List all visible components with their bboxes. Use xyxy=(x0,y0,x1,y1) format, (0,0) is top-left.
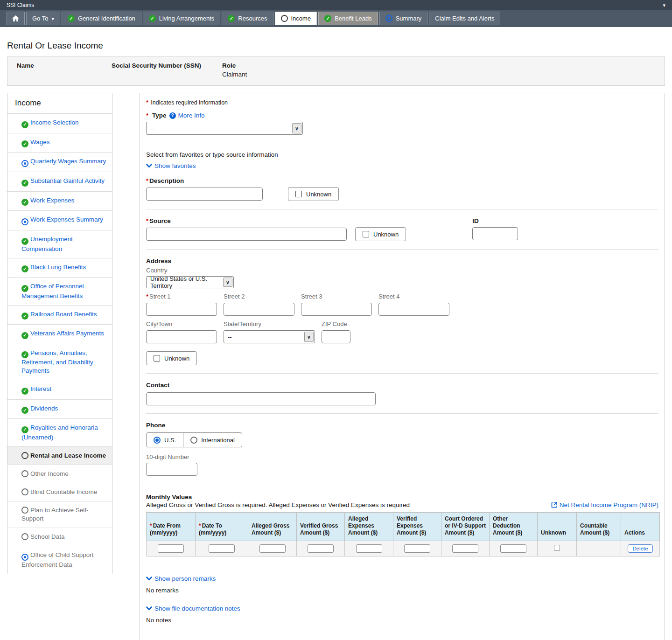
sidebar-item-pensions-annuities[interactable]: Pensions, Annuities, Retirement, and Dis… xyxy=(7,344,112,380)
address-unknown-checkbox[interactable] xyxy=(154,355,160,362)
section-divider xyxy=(146,373,658,374)
not-started-icon xyxy=(21,533,28,540)
street4-input[interactable] xyxy=(378,303,449,316)
tab-label: Living Arrangements xyxy=(159,15,215,22)
tab-resources[interactable]: Resources xyxy=(222,12,273,25)
street2-input[interactable] xyxy=(224,303,294,316)
sidebar-item-plan-to-achieve-self-support[interactable]: Plan to Achieve Self-Support xyxy=(7,501,112,528)
sidebar-item-royalties-honoraria[interactable]: Royalties and Honoraria (Unearned) xyxy=(7,418,112,446)
sidebar-item-railroad-board-benefits[interactable]: Railroad Board Benefits xyxy=(7,305,112,325)
verified-expenses-input[interactable] xyxy=(404,544,430,553)
column-label: Unknown xyxy=(541,529,566,536)
sidebar-item-label: Office of Personnel Management Benefits xyxy=(21,283,84,299)
contact-input[interactable] xyxy=(146,392,376,405)
tab-income[interactable]: Income xyxy=(275,12,317,25)
zip-input[interactable] xyxy=(322,330,350,343)
phone-international-radio-option[interactable]: International xyxy=(183,433,242,447)
source-input[interactable] xyxy=(146,228,347,241)
show-file-documentation-notes-toggle[interactable]: Show file documentation notes xyxy=(146,605,240,612)
phone-us-radio-option[interactable]: U.S. xyxy=(147,433,183,447)
titlebar-caret-icon[interactable] xyxy=(663,2,665,8)
sidebar-item-label: Rental and Lease Income xyxy=(30,452,106,459)
other-deduction-input[interactable] xyxy=(500,544,526,553)
show-favorites-label: Show favorites xyxy=(154,162,196,169)
complete-check-icon xyxy=(21,238,28,245)
sidebar-item-label: Office of Child Support Enforcement Data xyxy=(21,551,94,568)
sidebar-item-veterans-affairs-payments[interactable]: Veterans Affairs Payments xyxy=(7,324,112,344)
description-unknown-box[interactable]: Unknown xyxy=(288,187,339,201)
complete-check-icon xyxy=(21,313,28,320)
tab-label: Claim Edits and Alerts xyxy=(435,15,494,22)
sidebar-item-other-income[interactable]: Other Income xyxy=(7,465,112,483)
alleged-expenses-input[interactable] xyxy=(356,544,382,553)
sidebar-item-rental-and-lease-income[interactable]: Rental and Lease Income xyxy=(7,446,112,465)
tab-summary[interactable]: Summary xyxy=(379,12,428,25)
unknown-label: Unknown xyxy=(164,355,189,362)
sidebar-item-school-data[interactable]: School Data xyxy=(7,528,112,546)
country-label: Country xyxy=(146,267,658,274)
goto-button[interactable]: Go To xyxy=(26,12,60,25)
verified-gross-input[interactable] xyxy=(308,544,334,553)
tab-claim-edits-and-alerts[interactable]: Claim Edits and Alerts xyxy=(429,12,500,25)
page-title: Rental Or Lease Income xyxy=(7,41,665,51)
radio-selected-icon xyxy=(154,437,161,444)
date-from-input[interactable] xyxy=(158,544,184,553)
sidebar-item-wages[interactable]: Wages xyxy=(7,133,112,153)
show-person-remarks-toggle[interactable]: Show person remarks xyxy=(146,575,216,582)
tab-benefit-leads[interactable]: Benefit Leads xyxy=(318,12,378,25)
sidebar-item-work-expenses-summary[interactable]: Work Expenses Summary xyxy=(7,210,112,230)
sidebar-item-unemployment-compensation[interactable]: Unemployment Compensation xyxy=(7,230,112,258)
type-more-info-link[interactable]: More Info xyxy=(169,112,205,119)
date-from-cell xyxy=(147,541,196,557)
sidebar-list: Income Selection Wages Quarterly Wages S… xyxy=(7,113,112,574)
sidebar-item-blind-countable-income[interactable]: Blind Countable Income xyxy=(7,483,112,501)
alleged-gross-input[interactable] xyxy=(259,544,286,553)
show-favorites-toggle[interactable]: Show favorites xyxy=(146,162,196,169)
row-unknown-checkbox[interactable] xyxy=(554,545,560,551)
favorites-hint: Select from favorites or type source inf… xyxy=(146,151,658,158)
complete-check-icon xyxy=(68,15,75,22)
complete-check-icon xyxy=(21,407,28,414)
role-value: Claimant xyxy=(222,71,247,78)
sidebar-item-income-selection[interactable]: Income Selection xyxy=(7,113,112,133)
date-to-input[interactable] xyxy=(209,544,235,553)
sidebar-item-substantial-gainful-activity[interactable]: Substantial Gainful Activity xyxy=(7,172,112,191)
countable-cell xyxy=(577,541,621,557)
sidebar-item-office-of-child-support[interactable]: Office of Child Support Enforcement Data xyxy=(7,546,112,574)
sidebar-item-dividends[interactable]: Dividends xyxy=(7,399,112,419)
state-select[interactable]: -- xyxy=(224,330,315,343)
source-unknown-box[interactable]: Unknown xyxy=(355,227,406,241)
person-summary-box: Name Social Security Number (SSN) Role C… xyxy=(7,56,665,86)
sidebar-item-work-expenses[interactable]: Work Expenses xyxy=(7,191,112,211)
phone-number-input[interactable] xyxy=(146,463,197,476)
show-person-remarks-label: Show person remarks xyxy=(154,575,216,582)
sidebar-item-interest[interactable]: Interest xyxy=(7,380,112,399)
home-button[interactable] xyxy=(7,12,25,25)
tab-living-arrangements[interactable]: Living Arrangements xyxy=(143,12,221,25)
monthly-values-row: Delete xyxy=(147,541,660,557)
sidebar-item-black-lung-benefits[interactable]: Black Lung Benefits xyxy=(7,258,112,278)
table-header-row: *Date From (mm/yyyy) *Date To (mm/yyyy) … xyxy=(147,513,660,541)
type-select[interactable]: -- xyxy=(146,122,303,135)
description-input[interactable] xyxy=(146,188,263,201)
address-unknown-box[interactable]: Unknown xyxy=(146,351,197,365)
source-id-input[interactable] xyxy=(472,227,518,240)
country-select[interactable]: United States or U.S. Territory xyxy=(146,276,234,288)
description-unknown-checkbox[interactable] xyxy=(295,191,302,197)
app-titlebar: SSI Claims xyxy=(0,0,672,10)
tab-general-identification[interactable]: General Identification xyxy=(62,12,141,25)
rental-income-form-panel: * Indicates required information * Type … xyxy=(140,93,665,640)
sidebar-item-label: Interest xyxy=(30,385,51,392)
sidebar-item-opm-benefits[interactable]: Office of Personnel Management Benefits xyxy=(7,277,112,305)
row-delete-button[interactable]: Delete xyxy=(628,544,652,553)
col-unknown: Unknown xyxy=(538,513,577,541)
sidebar-item-quarterly-wages-summary[interactable]: Quarterly Wages Summary xyxy=(7,152,112,172)
court-ordered-input[interactable] xyxy=(452,544,478,553)
required-asterisk: * xyxy=(146,177,149,184)
city-input[interactable] xyxy=(146,330,217,343)
source-unknown-checkbox[interactable] xyxy=(363,231,369,237)
street3-input[interactable] xyxy=(301,303,372,316)
col-court-ordered: Court Ordered or IV-D Support Amount ($) xyxy=(441,513,490,541)
nrip-link[interactable]: Net Rental Income Program (NRIP) xyxy=(551,501,658,508)
street1-input[interactable] xyxy=(146,303,217,316)
